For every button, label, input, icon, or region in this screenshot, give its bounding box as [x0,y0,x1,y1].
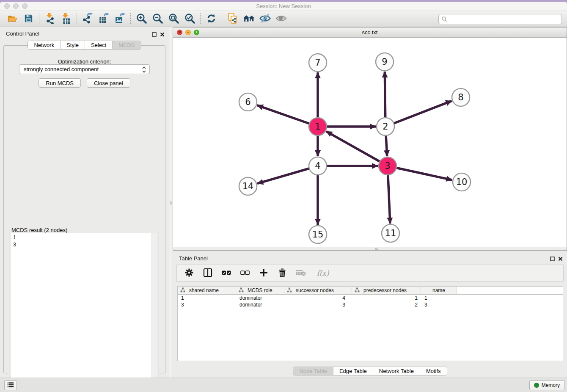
delete-columns-button[interactable] [276,267,289,279]
export-table-button[interactable] [96,12,112,26]
show-all-button[interactable] [273,12,289,26]
graph-edge-4-14[interactable] [257,166,318,184]
column-header-mcds-role[interactable]: MCDS role [236,287,284,294]
apply-layout-button[interactable] [203,12,219,26]
search-input[interactable] [438,14,562,24]
table-cell[interactable]: 1 [352,295,421,301]
zoom-out-icon [152,13,163,25]
table-row[interactable]: 1dominator411 [178,295,563,301]
save-session-button[interactable] [20,12,36,26]
network-window-title: scc.txt [173,29,567,36]
table-cell[interactable]: 3 [178,301,236,308]
mcds-result-scrollbar[interactable] [151,233,157,384]
table-cell[interactable]: 2 [352,301,421,308]
memory-button[interactable]: Memory [529,380,564,390]
columns-icon [203,268,213,279]
tab-edge-table[interactable]: Edge Table [333,367,373,375]
column-header-predecessor-nodes[interactable]: predecessor nodes [352,287,421,294]
zoom-in-button[interactable] [133,12,149,26]
create-column-button[interactable] [257,267,270,279]
criterion-dropdown[interactable]: strongly connected component [19,64,150,74]
criterion-dropdown-value: strongly connected component [24,66,99,72]
column-header-shared-name[interactable]: shared name [178,287,236,294]
network-window-titlebar[interactable]: ✕ − + scc.txt [173,28,567,38]
unselect-all-columns-button[interactable] [239,267,251,279]
column-header-successor-nodes[interactable]: successor nodes [284,287,352,294]
import-network-button[interactable] [42,12,58,26]
export-network-icon [82,13,94,25]
table-cell[interactable]: dominator [236,295,284,301]
table-toolbar: f(x) [176,265,564,282]
hide-selected-button[interactable] [257,12,273,26]
tab-node-table[interactable]: Node Table [293,367,333,375]
table-cell[interactable]: 1 [178,295,236,301]
graph-edge-2-8[interactable] [385,101,452,127]
graph-node-label: 7 [315,58,320,68]
function-builder-button[interactable]: f(x) [313,267,333,279]
graph-node-label: 8 [458,92,463,102]
control-panel-tabs: Network Style Select MCDS [0,41,169,50]
network-bottom-divider[interactable] [173,247,567,250]
close-panel-icon[interactable] [160,31,165,39]
houses-icon [242,12,256,26]
table-cell[interactable]: 3 [284,301,352,308]
run-mcds-button[interactable]: Run MCDS [39,78,81,88]
table-cell[interactable]: 1 [421,295,457,301]
memory-status-icon [534,383,539,388]
graph-edge-3-10[interactable] [388,166,452,180]
tab-motifs[interactable]: Motifs [420,367,447,375]
zoom-out-button[interactable] [149,12,165,26]
table-cell[interactable]: 3 [421,301,457,308]
tab-style[interactable]: Style [61,41,85,49]
float-panel-icon[interactable] [152,31,157,39]
toolbar-separator [77,13,77,25]
eye-icon [275,12,287,26]
graph-edge-1-6[interactable] [257,105,318,127]
graph-node-label: 2 [383,121,388,132]
network-canvas[interactable]: 7968124314101511 [173,38,567,247]
export-table-icon [98,13,110,25]
export-network-button[interactable] [80,12,96,26]
main-toolbar [0,11,567,27]
open-session-button[interactable] [4,12,20,26]
graph-edge-3-1[interactable] [326,131,388,166]
tab-network-table[interactable]: Network Table [373,367,420,375]
export-image-button[interactable] [112,12,128,26]
table-mode-button[interactable] [183,267,195,279]
select-all-columns-button[interactable] [220,267,233,279]
mcds-result-text[interactable]: 1 3 [11,233,157,384]
new-network-from-selection-button[interactable] [225,12,241,26]
graph-node-label: 10 [456,177,468,187]
tab-mcds[interactable]: MCDS [113,41,140,49]
task-history-button[interactable] [4,380,17,390]
table-row[interactable]: 3dominator323 [178,301,563,308]
zoom-selected-button[interactable] [182,12,198,26]
divider-grip[interactable] [170,202,172,204]
export-image-icon [114,13,126,25]
function-icon: f(x) [317,269,329,277]
tab-network[interactable]: Network [28,41,61,49]
toolbar-separator [39,13,39,25]
float-panel-icon[interactable] [550,255,555,263]
panel-divider[interactable] [169,27,173,378]
unchecked-boxes-icon [240,268,250,279]
first-neighbors-button[interactable] [241,12,257,26]
list-icon [7,381,14,389]
table-cell[interactable]: dominator [236,301,284,308]
network-view-window: ✕ − + scc.txt 7968124314101511 [173,27,567,251]
column-header-name[interactable]: name [421,287,457,294]
import-table-button[interactable] [58,12,74,26]
memory-label: Memory [542,382,560,388]
graph-node-label: 14 [242,181,254,191]
table-tabs: Node Table Edge Table Network Table Moti… [173,367,567,375]
close-panel-icon[interactable] [558,255,563,263]
trash-icon [277,268,287,279]
close-panel-button[interactable]: Close panel [87,78,130,88]
tab-select[interactable]: Select [85,41,113,49]
show-columns-button[interactable] [201,267,214,279]
table-cell[interactable]: 4 [284,295,352,301]
window-title: Session: New Session [0,3,567,9]
delete-table-button[interactable] [295,267,307,279]
zoom-fit-button[interactable] [165,12,182,26]
divider-grip[interactable] [375,248,378,250]
